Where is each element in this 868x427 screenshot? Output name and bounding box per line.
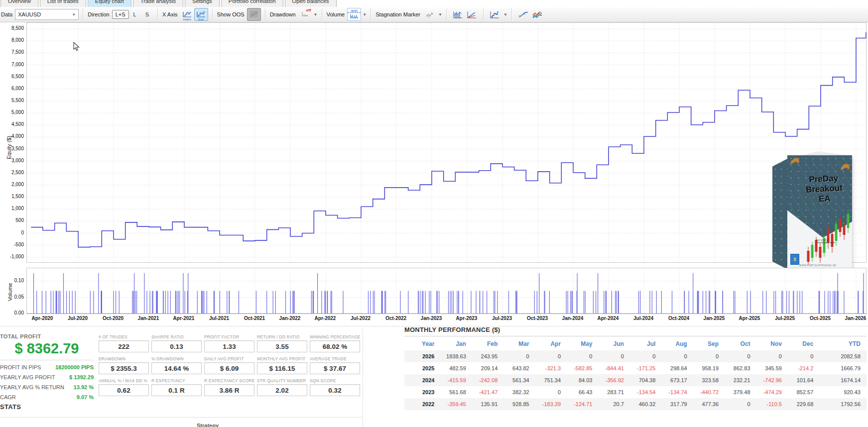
monthly-col-header[interactable]: YTD bbox=[819, 337, 867, 350]
monthly-col-header[interactable]: Mar bbox=[503, 337, 535, 350]
stat-label: WINNING PERCENTAGE bbox=[310, 334, 360, 339]
step-line-icon bbox=[490, 11, 499, 18]
monthly-value-cell: 958.19 bbox=[693, 362, 725, 374]
tab-portfolio-correlation[interactable]: Portfolio correlation bbox=[221, 0, 283, 7]
monthly-col-header[interactable]: Jan bbox=[440, 337, 472, 350]
monthly-col-header[interactable]: Jun bbox=[598, 337, 629, 350]
oos-chart-icon bbox=[250, 10, 258, 18]
histogram-chart-icon-button[interactable] bbox=[451, 8, 465, 21]
volume-dropdown-arrow[interactable]: ▼ bbox=[363, 12, 367, 17]
x-axis-tick: Jan-2025 bbox=[697, 316, 732, 321]
x-axis-tick: Apr-2020 bbox=[25, 316, 60, 321]
equity-y-tick: 8,000 bbox=[1, 37, 24, 43]
monthly-col-header[interactable]: Nov bbox=[756, 337, 788, 350]
chart-style-dropdown-arrow[interactable]: ▼ bbox=[503, 12, 507, 17]
x-axis-tick: Oct-2020 bbox=[96, 316, 130, 321]
stagnation-icon bbox=[426, 11, 434, 18]
tab-overview[interactable]: Overview bbox=[0, 0, 38, 7]
equity-y-tick: 1,500 bbox=[1, 194, 24, 199]
stagnation-marker-button[interactable] bbox=[423, 8, 437, 21]
drawdown-label: Drawdown bbox=[270, 11, 296, 17]
equity-y-tick: -1,000 bbox=[1, 254, 24, 259]
volume-plot[interactable] bbox=[26, 268, 867, 314]
monthly-value-cell: 243.95 bbox=[472, 350, 503, 362]
monthly-col-header[interactable]: Jul bbox=[630, 337, 661, 350]
stat-label: R EXPECTANCY bbox=[151, 378, 202, 383]
stat-label: % DRAWDOWN bbox=[151, 356, 202, 361]
monthly-performance-table[interactable]: YearJanFebMarAprMayJunJulAugSepOctNovDec… bbox=[404, 337, 867, 410]
tab-equity-chart[interactable]: Equity chart bbox=[88, 0, 131, 7]
monthly-col-header[interactable]: Feb bbox=[472, 337, 503, 350]
monthly-col-header[interactable]: May bbox=[567, 337, 598, 350]
tab-list-of-trades[interactable]: List of trades bbox=[40, 0, 86, 7]
stat-label: DAILY AVG PROFIT bbox=[204, 356, 254, 361]
monthly-value-cell: 0 bbox=[630, 350, 661, 362]
monthly-col-header[interactable]: Dec bbox=[788, 337, 819, 350]
x-axis-tick: Oct-2023 bbox=[520, 316, 555, 321]
monthly-value-cell: 345.59 bbox=[756, 362, 788, 374]
stat-value-box: 222 bbox=[99, 340, 149, 352]
direction-long-short-button[interactable]: L+S bbox=[112, 10, 129, 19]
comparison-lines-icon-button[interactable] bbox=[465, 8, 479, 21]
data-symbol-select[interactable]: XAUUSD ▼ bbox=[15, 9, 79, 20]
stat-value-box: 3.55 bbox=[257, 340, 307, 352]
direction-short-button[interactable]: S bbox=[141, 10, 153, 18]
xaxis-time-button[interactable]: time bbox=[194, 8, 208, 21]
tab-open-balances[interactable]: Open balances bbox=[285, 0, 337, 7]
strategy-label: Strategy bbox=[197, 423, 219, 427]
monthly-value-cell: -171.25 bbox=[630, 362, 661, 374]
monthly-col-header[interactable]: Aug bbox=[661, 337, 693, 350]
monthly-value-cell: 229.68 bbox=[788, 398, 819, 410]
monthly-value-cell: 928.85 bbox=[503, 398, 535, 410]
product-annotation: BUY STOP AT YESTERDAYS HIGH bbox=[816, 239, 835, 244]
x-axis-tick: Oct-2022 bbox=[378, 316, 413, 321]
monthly-performance-panel: MONTHLY PERFORMANCE ($) YearJanFebMarApr… bbox=[404, 326, 867, 410]
drawdown-toggle-button[interactable]: off bbox=[298, 8, 312, 21]
monthly-col-header[interactable]: Oct bbox=[725, 337, 756, 350]
stagnation-marker-label: Stagnation Marker bbox=[375, 11, 420, 17]
monthly-col-header[interactable]: Year bbox=[404, 337, 440, 350]
toolbar-separator bbox=[83, 8, 84, 20]
equity-chart-plot[interactable] bbox=[26, 22, 867, 263]
monthly-value-cell: -359.45 bbox=[440, 398, 472, 410]
volume-toggle-button[interactable]: auto bbox=[347, 8, 361, 21]
drawdown-dropdown-arrow[interactable]: ▼ bbox=[314, 12, 318, 17]
summary-row: PROFIT IN PIPS18200000 PIPS bbox=[0, 364, 94, 370]
monthly-value-cell: 460.32 bbox=[630, 398, 661, 410]
volume-state-text: auto bbox=[348, 9, 361, 13]
summary-row: YEARLY AVG PROFIT$ 1392.29 bbox=[0, 374, 94, 380]
monthly-year-cell: 2022 bbox=[404, 398, 440, 410]
multi-series-icon-button[interactable] bbox=[530, 8, 544, 21]
x-axis-tick: Apr-2021 bbox=[166, 316, 201, 321]
stat-cell: RETURN / DD RATIO3.55 bbox=[257, 334, 307, 352]
monthly-value-cell: 0 bbox=[535, 386, 567, 398]
xaxis-trades-button[interactable]: trades bbox=[180, 8, 194, 21]
direction-long-button[interactable]: L bbox=[129, 10, 141, 18]
volume-y-tick: 0.10 bbox=[1, 278, 24, 283]
monthly-value-cell: 84.03 bbox=[567, 374, 598, 386]
monthly-value-cell: 317.79 bbox=[661, 398, 693, 410]
tab-settings[interactable]: Settings bbox=[185, 0, 220, 7]
equity-y-tick: 4,000 bbox=[1, 133, 24, 139]
product-logo: $ bbox=[790, 254, 799, 265]
stat-label: R EXPECTANCY SCORE bbox=[204, 378, 254, 383]
equity-lines-icon-button[interactable] bbox=[516, 8, 530, 21]
monthly-value-cell: 561.68 bbox=[440, 386, 472, 398]
summary-row: CAGR9.07 % bbox=[0, 394, 94, 400]
bull-icon bbox=[789, 157, 800, 164]
tab-trade-analysis[interactable]: Trade analysis bbox=[133, 0, 183, 7]
show-oos-button[interactable] bbox=[247, 8, 261, 21]
product-website: WWW.PIMPYOURTRADING.DE bbox=[799, 264, 836, 267]
volume-y-tick: 0.00 bbox=[1, 310, 24, 316]
toolbar-separator bbox=[446, 8, 447, 20]
equity-y-tick: 6,000 bbox=[1, 86, 24, 91]
stat-cell: DRAWDOWN$ 2355.3 bbox=[99, 356, 149, 374]
step-line-chart-icon-button[interactable] bbox=[488, 8, 502, 21]
monthly-value-cell: 0 bbox=[725, 350, 756, 362]
stat-value-box: 0.62 bbox=[99, 384, 149, 396]
stat-value-box: 0.13 bbox=[151, 340, 202, 352]
equity-y-tick: 1,000 bbox=[1, 206, 24, 211]
monthly-col-header[interactable]: Apr bbox=[535, 337, 567, 350]
monthly-col-header[interactable]: Sep bbox=[693, 337, 725, 350]
stagnation-dropdown-arrow[interactable]: ▼ bbox=[438, 12, 442, 17]
